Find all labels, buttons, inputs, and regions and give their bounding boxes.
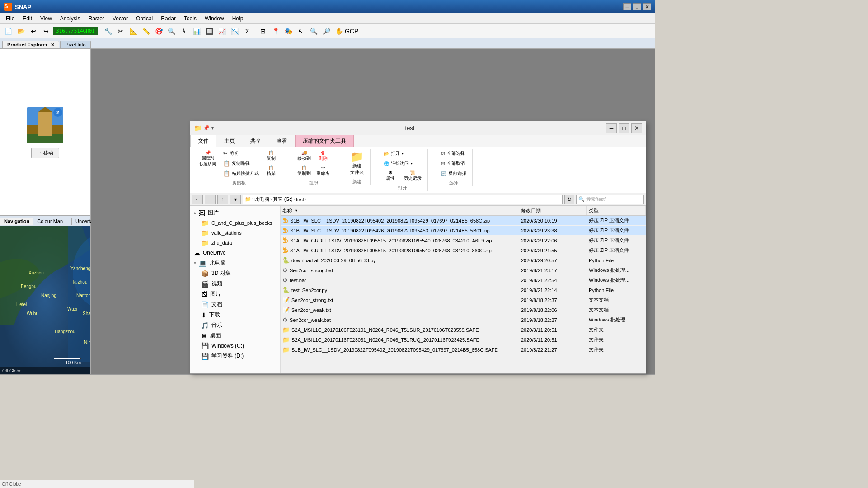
sidebar-onedrive[interactable]: ☁ OneDrive: [190, 248, 280, 258]
fe-paste-shortcut-btn[interactable]: 📋 粘贴快捷方式: [221, 169, 261, 178]
tab-navigation[interactable]: Navigation: [0, 218, 33, 225]
sidebar-windows-c[interactable]: 💾 Windows (C:): [190, 341, 280, 351]
close-btn[interactable]: ✕: [643, 3, 651, 10]
tool-7[interactable]: λ: [178, 25, 190, 37]
tool-5[interactable]: 🎯: [153, 25, 164, 37]
sidebar-valid-stations[interactable]: 📁 valid_stations: [190, 228, 280, 238]
minimize-btn[interactable]: ─: [623, 3, 631, 10]
fe-copy-to-btn[interactable]: 📋 复制到: [295, 164, 313, 178]
tool-gcp2[interactable]: GCP: [346, 25, 357, 37]
tool-11[interactable]: 📉: [229, 25, 240, 37]
fe-history-btn[interactable]: 📜 历史记录: [401, 169, 424, 183]
menu-file[interactable]: File: [2, 14, 18, 23]
sidebar-this-pc[interactable]: ▾ 💻 此电脑: [190, 258, 280, 268]
table-row[interactable]: 🗜 S1B_IW_SLC__1SDV_20190822T095426_20190…: [281, 226, 646, 236]
table-row[interactable]: 📁 S1B_IW_SLC__1SDV_20190822T095402_20190…: [281, 345, 646, 355]
menu-tools[interactable]: Tools: [180, 14, 200, 23]
tool-2[interactable]: ✂: [115, 25, 127, 37]
fe-easy-access-btn[interactable]: 🌐 轻松访问 ▾: [381, 159, 415, 168]
fe-move-to-btn[interactable]: 🚚 移动到: [295, 149, 313, 163]
fe-col-type[interactable]: 类型: [587, 206, 646, 215]
tool-select[interactable]: ↖: [295, 25, 307, 37]
menu-vector[interactable]: Vector: [109, 14, 131, 23]
redo-btn[interactable]: ↪: [40, 25, 52, 37]
open-btn[interactable]: 📂: [15, 25, 27, 37]
sidebar-video[interactable]: 🎬 视频: [190, 279, 280, 289]
tool-zoom-in[interactable]: 🔍: [308, 25, 319, 37]
tab-colour-man[interactable]: Colour Man---: [33, 218, 72, 225]
fe-maximize-btn[interactable]: □: [619, 123, 629, 133]
table-row[interactable]: 📁 S2A_MSIL1C_20170106T023101_N0204_R046_…: [281, 325, 646, 335]
fe-address-bar[interactable]: 📁 › 此电脑 › 其它 (G:) › test ›: [243, 195, 563, 204]
sidebar-pictures[interactable]: ▸ 🖼 图片: [190, 208, 280, 218]
table-row[interactable]: 🐍 download-all-2020-03-29_08-56-33.py 20…: [281, 256, 646, 265]
tool-gcp[interactable]: ⊞: [257, 25, 269, 37]
menu-edit[interactable]: Edit: [19, 14, 36, 23]
table-row[interactable]: 🗜 S1B_IW_SLC__1SDV_20190822T095402_20190…: [281, 216, 646, 226]
sidebar-desktop[interactable]: 🖥 桌面: [190, 330, 280, 341]
fe-forward-btn[interactable]: →: [205, 195, 216, 204]
menu-window[interactable]: Window: [201, 14, 228, 23]
table-row[interactable]: ⚙ Sen2cor_weak.bat 2019/8/18 22:27 Windo…: [281, 315, 646, 325]
fe-up-btn[interactable]: ↑: [217, 195, 228, 204]
menu-radar[interactable]: Radar: [157, 14, 179, 23]
menu-raster[interactable]: Raster: [85, 14, 108, 23]
fe-tab-file[interactable]: 文件: [190, 135, 216, 147]
table-row[interactable]: 📝 Sen2cor_strong.txt 2019/8/18 22:37 文本文…: [281, 295, 646, 305]
menu-view[interactable]: View: [37, 14, 56, 23]
fe-properties-btn[interactable]: ⚙ 属性: [381, 169, 399, 183]
table-row[interactable]: 📁 S2A_MSIL1C_20170116T023031_N0204_R046_…: [281, 335, 646, 345]
sidebar-3d[interactable]: 📦 3D 对象: [190, 268, 280, 279]
menu-help[interactable]: Help: [229, 14, 247, 23]
tab-product-explorer[interactable]: Product Explorer ✕: [2, 41, 59, 48]
table-row[interactable]: 🐍 test_Sen2cor.py 2019/8/21 22:14 Python…: [281, 285, 646, 295]
tab-product-close[interactable]: ✕: [51, 42, 54, 47]
fe-tab-compress[interactable]: 压缩的文件夹工具: [295, 135, 354, 147]
fe-close-btn[interactable]: ✕: [631, 123, 642, 133]
fe-tab-share[interactable]: 共享: [243, 135, 269, 147]
new-btn[interactable]: 📄: [2, 25, 14, 37]
fe-col-name[interactable]: 名称 ▼: [281, 206, 519, 215]
tool-12[interactable]: Σ: [241, 25, 253, 37]
tool-zoom-out[interactable]: 🔎: [320, 25, 332, 37]
table-row[interactable]: ⚙ Sen2cor_strong.bat 2019/8/21 23:17 Win…: [281, 265, 646, 275]
tool-8[interactable]: 📊: [191, 25, 202, 37]
maximize-btn[interactable]: □: [633, 3, 641, 10]
fe-paste-btn[interactable]: 📋 粘贴: [262, 164, 280, 178]
sidebar-study-d[interactable]: 💾 学习资料 (D:): [190, 351, 280, 361]
fe-deselect-all-btn[interactable]: ☒ 全部取消: [439, 159, 469, 168]
tab-pixel-info[interactable]: Pixel Info: [60, 41, 90, 48]
table-row[interactable]: 🗜 S1A_IW_GRDH_1SDV_20190828T095515_20190…: [281, 236, 646, 246]
tool-1[interactable]: 🔧: [102, 25, 114, 37]
fe-tab-view[interactable]: 查看: [269, 135, 295, 147]
map-area[interactable]: Xuzhou Yancheng Bengbu Taizhou Nanjing N…: [0, 226, 90, 374]
tool-pan[interactable]: ✋: [333, 25, 345, 37]
menu-optical[interactable]: Optical: [132, 14, 156, 23]
sidebar-pictures2[interactable]: 🖼 图片: [190, 289, 280, 299]
sidebar-cpp-books[interactable]: 📁 C_and_C_plus_plus_books: [190, 218, 280, 228]
undo-btn[interactable]: ↩: [28, 25, 39, 37]
fe-search-box[interactable]: 🔍 搜索"test": [576, 195, 644, 204]
fe-new-folder-btn[interactable]: 📁 新建文件夹: [348, 149, 366, 177]
fe-cut-btn[interactable]: ✂ 剪切: [221, 149, 261, 158]
tool-mask[interactable]: 🎭: [282, 25, 294, 37]
table-row[interactable]: 📝 Sen2cor_weak.txt 2019/8/18 22:06 文本文档: [281, 305, 646, 315]
tool-4[interactable]: 📏: [140, 25, 152, 37]
move-button[interactable]: → 移动: [31, 148, 59, 158]
tool-10[interactable]: 📈: [216, 25, 228, 37]
sidebar-zhu-data[interactable]: 📁 zhu_data: [190, 238, 280, 248]
fe-rename-btn[interactable]: ✏ 重命名: [314, 164, 332, 178]
fe-copy-btn[interactable]: 📋 复制: [262, 149, 280, 163]
sidebar-docs[interactable]: 📄 文档: [190, 299, 280, 310]
fe-copy-path-btn[interactable]: 📋 复制路径: [221, 159, 261, 168]
fe-delete-btn[interactable]: 🗑 删除: [314, 149, 332, 163]
sidebar-music[interactable]: 🎵 音乐: [190, 320, 280, 330]
fe-open-btn[interactable]: 📂 打开 ▾: [381, 149, 406, 158]
fe-invert-select-btn[interactable]: 🔄 反向选择: [439, 169, 469, 178]
fe-back-btn[interactable]: ←: [192, 195, 203, 204]
table-row[interactable]: 🗜 S1A_IW_GRDH_1SDV_20190828T095515_20190…: [281, 246, 646, 256]
tool-3[interactable]: 📐: [127, 25, 139, 37]
tool-6[interactable]: 🔍: [165, 25, 177, 37]
fe-refresh-btn[interactable]: ↻: [564, 195, 574, 204]
tool-pins[interactable]: 📍: [270, 25, 282, 37]
